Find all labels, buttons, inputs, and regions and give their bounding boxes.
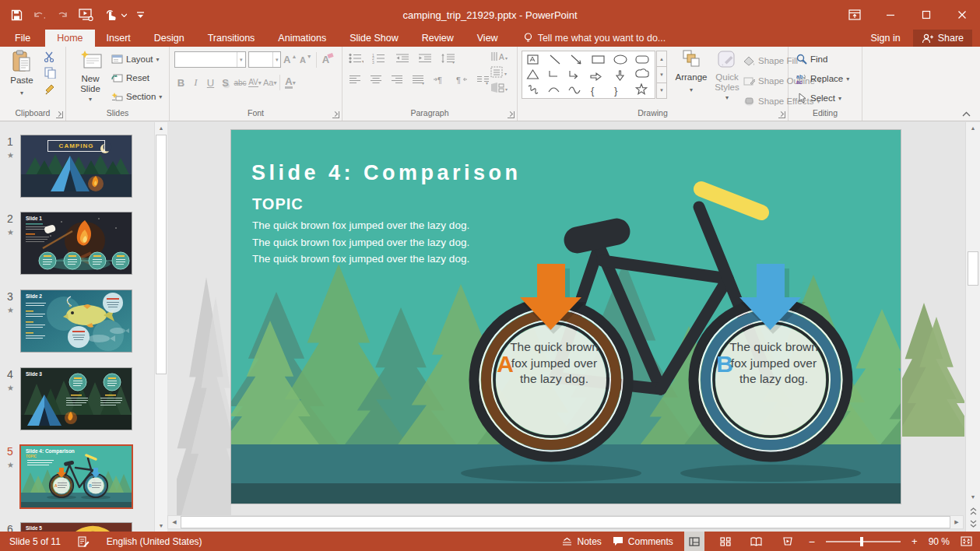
thumbnail-image[interactable]: Slide 3	[20, 367, 132, 430]
align-left-button[interactable]	[349, 75, 361, 85]
change-case-button[interactable]: Aa▾	[263, 75, 276, 90]
font-name-input[interactable]	[175, 52, 237, 67]
sign-in-link[interactable]: Sign in	[870, 33, 900, 44]
proofing-icon[interactable]	[78, 536, 90, 547]
thumbnail-slide-2[interactable]: 2 ★	[0, 212, 154, 276]
shape-gallery-up-icon[interactable]: ▲	[656, 51, 667, 67]
character-spacing-button[interactable]: AV▾	[248, 75, 262, 90]
thumbnail-image[interactable]: Slide 2	[20, 290, 132, 353]
zoom-in-button[interactable]: +	[912, 535, 918, 547]
horizontal-scrollbar[interactable]: ◀ ▶	[167, 515, 964, 529]
scroll-down-icon[interactable]: ▼	[966, 491, 980, 503]
line-spacing-button[interactable]: ▾	[441, 53, 456, 64]
thumbnail-slide-4[interactable]: 4 ★	[0, 367, 154, 432]
find-button[interactable]: Find	[796, 51, 849, 68]
layout-button[interactable]: Layout▾	[111, 51, 162, 68]
thumbnail-image[interactable]: Slide 5	[20, 522, 132, 532]
zoom-level[interactable]: 90 %	[929, 536, 950, 547]
reset-button[interactable]: Reset	[111, 69, 162, 86]
tab-design[interactable]: Design	[142, 30, 196, 47]
scroll-down-icon[interactable]: ▼	[155, 520, 167, 532]
format-painter-icon[interactable]	[44, 83, 56, 95]
thumbnail-slide-5-selected[interactable]: 5 ★	[0, 444, 154, 511]
text-shadow-button[interactable]: S	[219, 75, 232, 90]
decrease-indent-button[interactable]	[395, 53, 409, 64]
shape-gallery[interactable]: { }	[522, 51, 655, 99]
quick-styles-button[interactable]: Quick Styles ▾	[706, 50, 748, 103]
shape-gallery-down-icon[interactable]: ▼	[656, 67, 667, 82]
shrink-font-button[interactable]: A▼	[299, 52, 312, 68]
slide-title[interactable]: Slide 4: Comparison	[251, 161, 522, 185]
align-text-button[interactable]: ▾	[490, 66, 509, 78]
font-size-input[interactable]	[249, 52, 272, 67]
text-direction-rtl-button[interactable]: ¶	[455, 75, 468, 85]
font-dialog-launcher[interactable]	[332, 111, 339, 118]
numbering-button[interactable]: 123	[372, 53, 387, 64]
increase-indent-button[interactable]	[418, 53, 432, 64]
touch-mode-icon[interactable]	[104, 9, 127, 21]
clear-formatting-button[interactable]: A	[321, 52, 334, 68]
tab-home[interactable]: Home	[45, 30, 94, 47]
drawing-dialog-launcher[interactable]	[778, 111, 785, 118]
new-slide-button[interactable]: New Slide ▾	[69, 50, 111, 104]
slide-indicator[interactable]: Slide 5 of 11	[9, 536, 61, 547]
bold-button[interactable]: B	[174, 75, 188, 90]
font-name-caret-icon[interactable]: ▾	[237, 52, 245, 67]
convert-smartart-button[interactable]: ▾	[490, 82, 509, 93]
copy-icon[interactable]	[44, 67, 56, 79]
notes-toggle[interactable]: Notes	[562, 536, 601, 547]
text-direction-button[interactable]: A▾	[490, 51, 509, 62]
tab-file[interactable]: File	[0, 30, 45, 47]
tell-me-box[interactable]: Tell me what you want to do...	[516, 30, 674, 47]
columns-button[interactable]: ▾	[476, 75, 490, 85]
scroll-right-icon[interactable]: ▶	[950, 516, 963, 528]
maximize-icon[interactable]	[908, 0, 944, 30]
zoom-out-button[interactable]: −	[809, 535, 815, 548]
minimize-icon[interactable]	[873, 0, 908, 30]
language-indicator[interactable]: English (United States)	[107, 536, 202, 547]
scroll-up-icon[interactable]: ▲	[966, 122, 980, 134]
tab-slideshow[interactable]: Slide Show	[338, 30, 410, 47]
font-color-button[interactable]: A▾	[283, 75, 297, 90]
font-name-combo[interactable]: ▾	[174, 51, 246, 68]
comparison-text-b[interactable]: The quick brown fox jumped over the lazy…	[728, 339, 820, 388]
next-slide-icon[interactable]	[966, 518, 980, 529]
scroll-left-icon[interactable]: ◀	[168, 516, 181, 528]
scrollbar-thumb[interactable]	[181, 516, 950, 528]
strikethrough-button[interactable]: abc	[234, 75, 247, 90]
align-right-button[interactable]	[391, 75, 403, 85]
view-slide-sorter-button[interactable]	[715, 532, 736, 551]
thumbnail-scrollbar[interactable]: ▲ ▼	[154, 122, 167, 532]
zoom-slider-thumb[interactable]	[860, 537, 863, 546]
undo-icon[interactable]	[33, 9, 46, 20]
ribbon-display-icon[interactable]	[837, 0, 873, 30]
comparison-text-a[interactable]: The quick brown fox jumped over the lazy…	[508, 339, 600, 388]
tab-insert[interactable]: Insert	[95, 30, 142, 47]
slide-body-text[interactable]: The quick brown fox jumped over the lazy…	[252, 217, 486, 268]
zoom-slider[interactable]	[826, 541, 901, 542]
thumbnail-image[interactable]: CAMPING	[20, 135, 132, 198]
text-direction-ltr-button[interactable]: ¶	[433, 75, 446, 85]
view-reading-button[interactable]	[746, 532, 767, 551]
italic-button[interactable]: I	[189, 75, 202, 90]
justify-button[interactable]: ▾	[412, 75, 424, 85]
slide-canvas[interactable]: Slide 4: Comparison TOPIC The quick brow…	[167, 122, 980, 532]
thumbnail-slide-6[interactable]: 6 Slide 5	[0, 522, 154, 532]
collapse-ribbon-icon[interactable]	[962, 111, 971, 117]
thumbnail-slide-1[interactable]: 1 ★ CAMPING	[0, 135, 154, 199]
replace-button[interactable]: abac Replace▾	[796, 70, 849, 87]
save-icon[interactable]	[11, 9, 23, 21]
tab-animations[interactable]: Animations	[266, 30, 338, 47]
font-size-combo[interactable]: ▾	[248, 51, 281, 68]
clipboard-dialog-launcher[interactable]	[56, 111, 63, 118]
grow-font-button[interactable]: A▲	[283, 52, 297, 68]
comments-toggle[interactable]: Comments	[613, 536, 673, 547]
zoom-fit-icon[interactable]	[961, 536, 972, 546]
section-button[interactable]: Section▾	[111, 88, 162, 105]
scrollbar-thumb[interactable]	[156, 135, 167, 374]
tab-view[interactable]: View	[465, 30, 510, 47]
slide-topic-heading[interactable]: TOPIC	[252, 195, 304, 213]
underline-button[interactable]: U	[204, 75, 217, 90]
tab-transitions[interactable]: Transitions	[196, 30, 267, 47]
view-normal-button[interactable]	[684, 532, 704, 551]
